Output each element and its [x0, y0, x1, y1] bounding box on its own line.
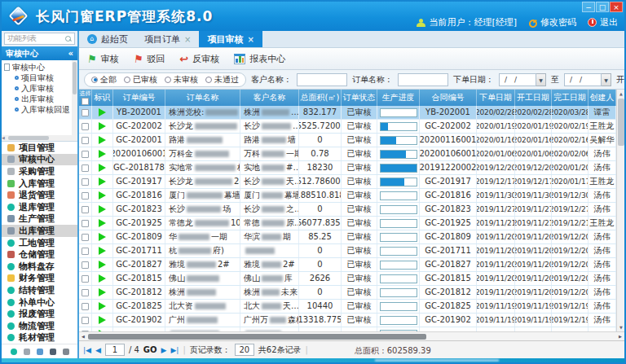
column-header-9[interactable]: 下单日期 [477, 90, 515, 106]
row-checkbox[interactable] [82, 289, 89, 296]
row-checkbox[interactable] [82, 220, 89, 227]
tree-item-2[interactable]: 出库审核 [4, 94, 71, 104]
column-header-6[interactable]: 订单状态 [342, 90, 377, 106]
table-row[interactable]: GC-201825北大资北大天…10440已审核GC-2018252019/11… [79, 300, 616, 314]
table-row[interactable]: GC-201823长沙场长沙之…0已审核GC-2018232019/11/272… [79, 203, 616, 217]
order-date-to-input[interactable]: / / [564, 73, 602, 86]
radio-2[interactable]: 未审核 [165, 74, 198, 86]
table-row[interactable]: GC-201902广州广州万森林13318.775已审核GC-201902201… [79, 314, 616, 327]
row-checkbox[interactable] [82, 248, 89, 255]
sidebar-module-11[interactable]: 财务管理 [2, 273, 77, 285]
table-row[interactable]: YB-202001株洲党校:株洲…832.177已审核YB-2020012020… [79, 106, 616, 120]
sidebar-module-14[interactable]: 报废管理 [2, 308, 77, 320]
pen-icon[interactable] [37, 349, 43, 355]
cart-icon[interactable] [24, 349, 30, 355]
row-checkbox[interactable] [82, 123, 89, 130]
close-icon[interactable]: × [184, 35, 191, 44]
row-checkbox[interactable] [82, 206, 89, 213]
column-header-0[interactable]: 选择 [79, 90, 92, 106]
row-checkbox[interactable] [82, 317, 89, 324]
column-header-2[interactable]: 订单编号 [113, 90, 165, 106]
customer-name-input[interactable] [297, 73, 347, 86]
logout-button[interactable]: 退出 [588, 16, 618, 29]
row-checkbox[interactable] [82, 151, 89, 158]
scroll-up-icon[interactable]: ▲ [617, 91, 625, 96]
collapse-icon[interactable]: « [68, 49, 73, 58]
table-row[interactable]: GC-201925常德龙10常德原…266077.835…已审核GC-20192… [79, 217, 616, 230]
table-row[interactable]: 20200106001万科金万科一期0.78已审核202001060012020… [79, 147, 616, 161]
column-header-7[interactable]: 生产进度 [377, 90, 420, 106]
sidebar-module-3[interactable]: 入库管理 [2, 178, 77, 190]
tree-item-3[interactable]: 入库审核回退 [4, 104, 71, 115]
close-button[interactable]: × [610, 2, 623, 12]
chevron-down-icon[interactable]: ▼ [536, 73, 546, 86]
sidebar-module-2[interactable]: 采购管理 [2, 165, 77, 178]
column-header-8[interactable]: 合同编号 [420, 90, 477, 106]
table-row[interactable]: GC-202002长沙龙长沙…65525.7200…已审核GC-20200220… [79, 120, 616, 134]
order-date-from-input[interactable]: / / [499, 73, 536, 86]
row-checkbox[interactable] [82, 275, 89, 283]
change-password-button[interactable]: 修改密码 [528, 16, 576, 29]
sidebar-module-7[interactable]: 出库管理 [2, 225, 77, 237]
sidebar-panel-header[interactable]: 审核中心 « [2, 46, 77, 60]
reject-button[interactable]: ⚑驳回 [134, 53, 165, 65]
sidebar-module-5[interactable]: 退库管理 [2, 201, 77, 213]
unaudit-button[interactable]: ↩反审核 [179, 53, 219, 65]
tree-vertical-scrollbar[interactable] [72, 60, 77, 141]
chevron-down-icon[interactable]: ▼ [602, 73, 611, 86]
radio-0[interactable]: 全部 [91, 74, 117, 86]
row-checkbox[interactable] [82, 109, 89, 116]
report-center-button[interactable]: 报表中心 [234, 53, 285, 65]
table-row[interactable]: GC-201711杭府)0已审核GC-2017112019/11/202019/… [79, 244, 616, 258]
sidebar-module-15[interactable]: 物流管理 [2, 320, 77, 332]
column-header-4[interactable]: 客户名称 [240, 90, 299, 106]
column-header-5[interactable]: 总面积(㎡) [299, 90, 342, 106]
row-checkbox[interactable] [82, 178, 89, 186]
sidebar-module-0[interactable]: 项目管理 [2, 142, 77, 154]
table-row[interactable]: GC-201809华一期华滨期85.25已审核GC-2018092019/11/… [79, 230, 616, 244]
go-button[interactable]: GO [143, 345, 157, 354]
sidebar-module-6[interactable]: 生产管理 [2, 213, 77, 226]
row-checkbox[interactable] [82, 164, 89, 172]
tree-horizontal-scrollbar[interactable]: ◀ [2, 135, 73, 141]
table-row[interactable]: GC-201827雅境2#雅境2#0已审核GC-2018272019/11/20… [79, 258, 616, 272]
table-row[interactable]: GC-201812株洲株洲未来0已审核GC-2018122019/11/2020… [79, 286, 616, 300]
last-page-button[interactable]: ▶| [170, 346, 179, 354]
search-input[interactable]: 功能列表 [4, 33, 75, 45]
row-checkbox[interactable] [82, 234, 89, 241]
scroll-right-icon[interactable]: ▶ [616, 332, 624, 340]
sidebar-module-4[interactable]: 退货管理 [2, 189, 77, 201]
table-row[interactable]: GC-201917长沙龙2#长沙天…8512.78600…已审核GC-20191… [79, 175, 616, 189]
sidebar-module-16[interactable]: 耗材管理 [2, 332, 77, 344]
column-header-3[interactable]: 订单名称 [165, 90, 240, 106]
horizontal-scroll-thumb[interactable] [88, 334, 426, 340]
prev-page-button[interactable]: ◀ [95, 346, 101, 354]
sidebar-module-1[interactable]: 审核中心 [2, 154, 77, 166]
sidebar-module-13[interactable]: 补单中心 [2, 296, 77, 309]
column-header-10[interactable]: 开工日期 [515, 90, 552, 106]
sidebar-module-12[interactable]: 结转管理 [2, 284, 77, 296]
scroll-left-icon[interactable]: ◀ [79, 332, 87, 340]
tab-project-order[interactable]: 项目订单× [136, 31, 199, 47]
row-checkbox[interactable] [82, 303, 89, 310]
column-header-11[interactable]: 完工日期 [552, 90, 589, 106]
sidebar-module-10[interactable]: 物料盘存 [2, 261, 77, 273]
sidebar-module-9[interactable]: 仓储管理 [2, 248, 77, 261]
first-page-button[interactable]: |◀ [83, 346, 91, 354]
maximize-button[interactable]: □ [596, 2, 609, 12]
sidebar-module-8[interactable]: 工地管理 [2, 237, 77, 249]
row-checkbox[interactable] [82, 192, 89, 200]
row-checkbox[interactable] [82, 261, 89, 269]
column-header-12[interactable]: 创建人 [589, 90, 616, 106]
tab-home[interactable]: ⌂起始页 [79, 31, 136, 47]
table-row[interactable]: GC-201816厦门幕墙厦门幕墙188510.818已审核GC-2018162… [79, 189, 616, 203]
column-header-1[interactable]: 标识 [92, 90, 113, 106]
tree-item-1[interactable]: 入库审核 [4, 83, 71, 94]
scroll-down-icon[interactable]: ▼ [617, 325, 625, 330]
order-name-input[interactable] [398, 73, 448, 86]
select-all-checkbox[interactable] [82, 98, 89, 105]
tree-item-0[interactable]: 项目审核 [4, 72, 71, 83]
audit-button[interactable]: ⚑审核 [87, 53, 119, 65]
radio-1[interactable]: 已审核 [124, 74, 157, 86]
radio-3[interactable]: 未通过 [205, 74, 239, 86]
